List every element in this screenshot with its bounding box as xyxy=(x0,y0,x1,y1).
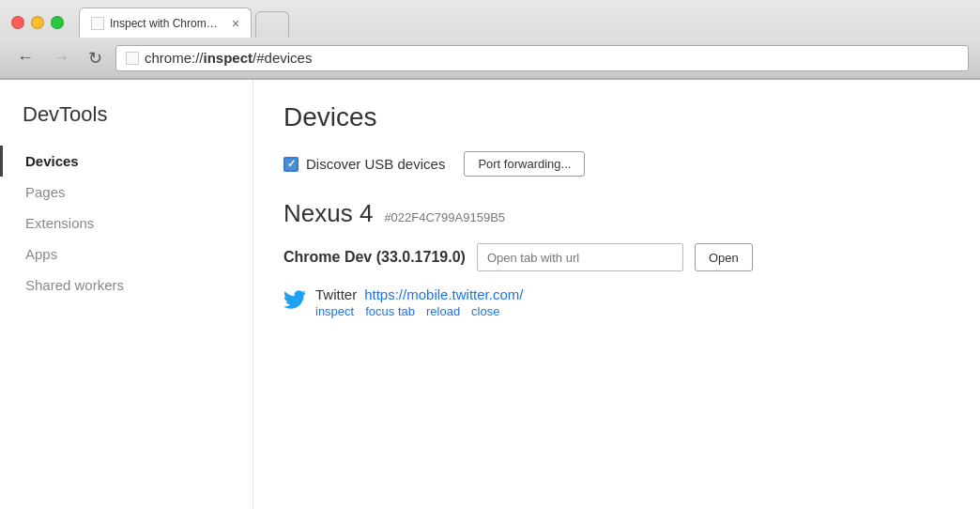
maximize-button[interactable] xyxy=(51,16,64,29)
tab-bar: Inspect with Chrome Devel × xyxy=(79,8,969,38)
twitter-actions: inspect focus tab reload close xyxy=(315,304,523,318)
url-input[interactable] xyxy=(477,243,683,271)
usb-label: Discover USB devices xyxy=(306,156,445,172)
port-forwarding-button[interactable]: Port forwarding... xyxy=(464,151,585,177)
twitter-tab-row: Twitter https://mobile.twitter.com/ insp… xyxy=(283,286,950,318)
discover-usb-checkbox[interactable]: ✓ xyxy=(283,157,299,172)
content-pane: Devices ✓ Discover USB devices Port forw… xyxy=(253,80,980,509)
active-tab[interactable]: Inspect with Chrome Devel × xyxy=(79,8,252,38)
device-name: Nexus 4 xyxy=(283,199,373,228)
nav-bar: ← → ↻ chrome://inspect/#devices xyxy=(0,38,980,79)
address-suffix: /#devices xyxy=(253,50,312,66)
focus-tab-action[interactable]: focus tab xyxy=(365,304,415,318)
usb-checkbox-wrapper: ✓ Discover USB devices xyxy=(283,156,445,172)
title-bar: Inspect with Chrome Devel × xyxy=(0,0,980,38)
open-button[interactable]: Open xyxy=(695,243,753,271)
twitter-details: Twitter https://mobile.twitter.com/ insp… xyxy=(315,286,523,318)
sidebar: DevTools Devices Pages Extensions Apps S… xyxy=(0,80,253,509)
new-tab-button[interactable] xyxy=(255,11,289,38)
forward-button[interactable]: → xyxy=(47,46,75,69)
sidebar-item-apps[interactable]: Apps xyxy=(0,239,253,270)
reload-action[interactable]: reload xyxy=(426,304,460,318)
content-title: Devices xyxy=(283,102,950,132)
traffic-lights xyxy=(11,16,64,29)
device-id: #022F4C799A9159B5 xyxy=(384,210,505,224)
sidebar-item-extensions[interactable]: Extensions xyxy=(0,208,253,239)
main-content: DevTools Devices Pages Extensions Apps S… xyxy=(0,80,980,509)
sidebar-item-shared-workers[interactable]: Shared workers xyxy=(0,270,253,301)
address-prefix: chrome:// xyxy=(145,50,204,66)
chrome-dev-label: Chrome Dev (33.0.1719.0) xyxy=(283,249,466,266)
inspect-action[interactable]: inspect xyxy=(315,304,354,318)
twitter-top: Twitter https://mobile.twitter.com/ xyxy=(315,286,523,302)
back-button[interactable]: ← xyxy=(11,46,39,69)
sidebar-title: DevTools xyxy=(0,102,253,146)
address-text: chrome://inspect/#devices xyxy=(145,50,312,66)
device-header: Nexus 4 #022F4C799A9159B5 xyxy=(283,199,950,228)
minimize-button[interactable] xyxy=(31,16,44,29)
address-bold: inspect xyxy=(204,50,253,66)
address-bar[interactable]: chrome://inspect/#devices xyxy=(115,45,969,71)
tab-favicon xyxy=(91,17,104,30)
twitter-tab-url[interactable]: https://mobile.twitter.com/ xyxy=(364,286,523,302)
reload-button[interactable]: ↻ xyxy=(83,46,108,70)
address-favicon xyxy=(126,52,139,65)
chrome-dev-row: Chrome Dev (33.0.1719.0) Open xyxy=(283,243,950,271)
close-action[interactable]: close xyxy=(471,304,499,318)
usb-row: ✓ Discover USB devices Port forwarding..… xyxy=(283,151,950,177)
tab-title: Inspect with Chrome Devel xyxy=(110,17,222,30)
twitter-tab-name: Twitter xyxy=(315,286,357,302)
check-mark: ✓ xyxy=(287,158,296,170)
close-button[interactable] xyxy=(11,16,24,29)
sidebar-item-devices[interactable]: Devices xyxy=(0,146,253,177)
twitter-icon xyxy=(283,288,306,311)
tab-close-button[interactable]: × xyxy=(232,16,239,31)
sidebar-item-pages[interactable]: Pages xyxy=(0,177,253,208)
browser-chrome: Inspect with Chrome Devel × ← → ↻ chrome… xyxy=(0,0,980,80)
